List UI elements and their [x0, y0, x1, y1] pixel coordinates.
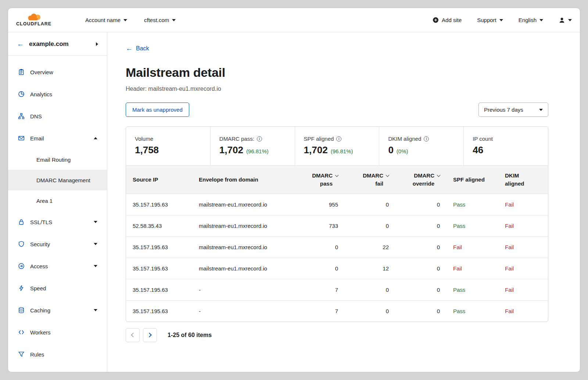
spf-aligned-status: Fail — [447, 258, 498, 279]
sidebar-item-access[interactable]: Access — [8, 255, 107, 277]
sidebar-item-email[interactable]: Email — [8, 127, 107, 149]
mailstream-detail-card: Volume 1,758 DMARC pass: 1,702 — [126, 126, 548, 322]
table-header-row: Source IP Envelope from domain DMARC pas… — [126, 166, 548, 194]
dmarc-pass-cell: 0 — [294, 236, 345, 258]
sidebar-nav: Overview Analytics DNS — [8, 56, 107, 365]
col-header-source-ip: Source IP — [126, 166, 192, 194]
envelope-from-cell: - — [192, 279, 294, 300]
shield-icon — [18, 241, 25, 248]
dmarc-pass-cell: 955 — [294, 194, 345, 215]
site-switcher[interactable]: example.com — [8, 32, 107, 56]
sidebar-item-dns[interactable]: DNS — [8, 105, 107, 127]
logo-wordmark: CLOUDFLARE — [16, 21, 51, 26]
col-header-dmarc-pass[interactable]: DMARC pass — [294, 166, 345, 194]
dmarc-fail-cell: 0 — [345, 215, 395, 236]
lightning-icon — [18, 285, 25, 292]
network-icon — [18, 113, 25, 120]
chevron-down-icon — [123, 19, 127, 21]
sidebar-item-label: Analytics — [30, 91, 52, 97]
chevron-left-icon — [131, 333, 136, 337]
chevron-down-icon — [94, 243, 97, 245]
date-range-select[interactable]: Previous 7 days — [478, 103, 548, 117]
sidebar-item-overview[interactable]: Overview — [8, 61, 107, 83]
prev-page-button[interactable] — [126, 328, 140, 342]
chevron-up-icon — [94, 137, 97, 139]
sidebar-item-workers[interactable]: Workers — [8, 321, 107, 343]
chevron-down-icon — [568, 19, 572, 21]
info-icon[interactable] — [336, 136, 341, 141]
dmarc-fail-cell: 12 — [345, 258, 395, 279]
sidebar-item-label: Rules — [30, 351, 44, 358]
site-name: example.com — [29, 40, 91, 48]
sidebar-item-area-1[interactable]: Area 1 — [8, 190, 107, 211]
mark-as-unapproved-button[interactable]: Mark as unapproved — [126, 103, 189, 117]
stat-value: 46 — [473, 144, 483, 156]
stat-label: DKIM aligned — [388, 136, 421, 142]
back-link[interactable]: Back — [126, 45, 149, 52]
support-menu[interactable]: Support — [477, 17, 503, 23]
dkim-aligned-status: Fail — [498, 300, 548, 322]
col-header-envelope-from: Envelope from domain — [192, 166, 294, 194]
support-menu-label: Support — [477, 17, 496, 23]
user-menu[interactable] — [559, 17, 572, 24]
sidebar-item-label: Speed — [30, 285, 46, 291]
account-menu[interactable]: Account name — [85, 17, 127, 23]
dmarc-override-cell: 0 — [395, 236, 447, 258]
stat-volume: Volume 1,758 — [126, 127, 210, 165]
chevron-down-icon — [94, 265, 97, 267]
screen: CLOUDFLARE Account name cftest.com Add s… — [0, 0, 588, 380]
database-icon — [18, 307, 25, 314]
col-header-spf-aligned: SPF aligned — [447, 166, 498, 194]
info-icon[interactable] — [424, 136, 429, 141]
dmarc-pass-cell: 7 — [294, 279, 345, 300]
source-ip-table: Source IP Envelope from domain DMARC pas… — [126, 165, 548, 322]
chevron-down-icon — [94, 309, 97, 311]
stat-dmarc-pass: DMARC pass: 1,702 (96.81%) — [210, 127, 295, 165]
dkim-aligned-status: Fail — [498, 194, 548, 215]
col-header-dmarc-fail[interactable]: DMARC fail — [345, 166, 395, 194]
sidebar-item-caching[interactable]: Caching — [8, 299, 107, 321]
dmarc-fail-cell: 0 — [345, 279, 395, 300]
access-icon — [18, 263, 25, 270]
language-menu[interactable]: English — [519, 17, 543, 23]
cloudflare-logo[interactable]: CLOUDFLARE — [16, 14, 51, 26]
code-brackets-icon — [18, 329, 25, 336]
sort-chevron-icon — [386, 173, 390, 177]
pagination-range-label: 1-25 of 60 items — [168, 332, 212, 338]
chevron-down-icon — [94, 221, 97, 223]
add-site-label: Add site — [442, 17, 462, 23]
sidebar-item-speed[interactable]: Speed — [8, 277, 107, 299]
stats-row: Volume 1,758 DMARC pass: 1,702 — [126, 127, 548, 165]
spf-aligned-status: Fail — [447, 236, 498, 258]
spf-aligned-status: Pass — [447, 215, 498, 236]
sidebar-item-email-routing[interactable]: Email Routing — [8, 149, 107, 170]
col-header-dkim-aligned: DKIM aligned — [498, 166, 548, 194]
col-header-dmarc-override[interactable]: DMARC override — [395, 166, 447, 194]
stat-dkim-aligned: DKIM aligned 0 (0%) — [379, 127, 463, 165]
sidebar-item-dmarc-management[interactable]: DMARC Management — [8, 170, 107, 190]
page-title: Mailstream detail — [126, 65, 548, 80]
dkim-aligned-status: Fail — [498, 258, 548, 279]
info-icon[interactable] — [257, 136, 262, 141]
user-icon — [559, 17, 565, 24]
next-page-button[interactable] — [143, 328, 157, 342]
dmarc-override-cell: 0 — [395, 194, 447, 215]
stat-label: IP count — [473, 136, 493, 142]
table-row: 35.157.195.63 - 7 0 0 Pass Fail — [126, 279, 548, 300]
mailstream-header-subtitle: Header: mailstream-eu1.mxrecord.io — [126, 86, 548, 92]
sidebar-item-security[interactable]: Security — [8, 233, 107, 255]
pie-chart-icon — [18, 91, 25, 98]
domain-menu[interactable]: cftest.com — [144, 17, 176, 23]
source-ip-cell: 35.157.195.63 — [126, 279, 192, 300]
sort-chevron-icon — [437, 173, 441, 177]
envelope-from-cell: mailstream-eu1.mxrecord.io — [192, 258, 294, 279]
add-site-button[interactable]: Add site — [433, 17, 462, 23]
sidebar-item-analytics[interactable]: Analytics — [8, 83, 107, 105]
sidebar-item-label: Area 1 — [36, 198, 53, 204]
sidebar-item-ssl-tls[interactable]: SSL/TLS — [8, 211, 107, 233]
clipboard-icon — [18, 69, 25, 76]
stat-percent: (0%) — [397, 148, 408, 154]
sidebar-item-label: Email — [30, 135, 44, 141]
sidebar-item-rules[interactable]: Rules — [8, 343, 107, 365]
topbar: CLOUDFLARE Account name cftest.com Add s… — [8, 8, 580, 32]
